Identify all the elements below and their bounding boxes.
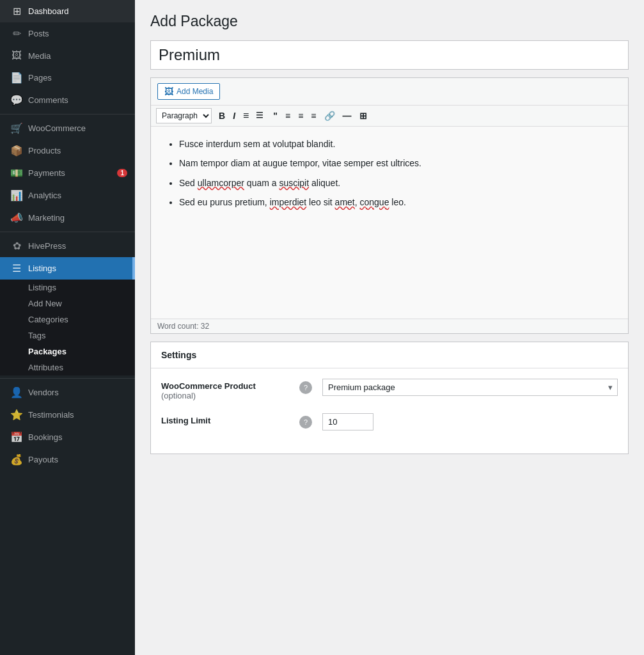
- insert-more-button[interactable]: —: [340, 109, 355, 122]
- sidebar-item-posts[interactable]: ✏ Posts: [0, 22, 135, 45]
- main-content: Add Package 🖼 Add Media Paragraph Headin…: [135, 0, 644, 655]
- content-line-2: Nam tempor diam at augue tempor, vitae s…: [179, 156, 615, 170]
- submenu-item-listings[interactable]: Listings: [0, 280, 135, 296]
- sidebar-item-label: Bookings: [28, 432, 127, 442]
- settings-table: WooCommerce Product (optional) ? Premium…: [151, 368, 628, 454]
- content-line-4: Sed eu purus pretium, imperdiet leo sit …: [179, 195, 615, 209]
- settings-title: Settings: [151, 342, 628, 368]
- sidebar-item-label: Media: [28, 51, 127, 61]
- page-title: Add Package: [150, 13, 629, 30]
- sidebar-item-label: Comments: [28, 95, 127, 105]
- add-media-icon: 🖼: [164, 86, 173, 97]
- sidebar-item-woocommerce[interactable]: 🛒 WooCommerce: [0, 117, 135, 139]
- sidebar-divider: [0, 114, 135, 114]
- marketing-icon: 📣: [10, 212, 23, 224]
- settings-row-woocommerce: WooCommerce Product (optional) ? Premium…: [161, 379, 618, 400]
- sidebar-item-label: HivePress: [28, 241, 127, 251]
- settings-field-label: WooCommerce Product: [161, 381, 256, 391]
- sidebar-item-listings[interactable]: ☰ Listings: [0, 257, 135, 280]
- woocommerce-icon: 🛒: [10, 122, 23, 134]
- settings-control-woocommerce: Premium package Basic package Standard p…: [322, 379, 618, 396]
- word-count-bar: Word count: 32: [151, 319, 628, 333]
- editor-content[interactable]: Fusce interdum sem at volutpat blandit. …: [151, 127, 628, 319]
- svg-rect-2: [256, 117, 263, 118]
- toolbar-toggle-button[interactable]: ⊞: [356, 109, 370, 122]
- woocommerce-product-select[interactable]: Premium package Basic package Standard p…: [322, 379, 618, 396]
- sidebar-item-label: Marketing: [28, 213, 127, 223]
- sidebar-item-label: Dashboard: [28, 6, 127, 16]
- sidebar-item-dashboard[interactable]: ⊞ Dashboard: [0, 0, 135, 22]
- pages-icon: 📄: [10, 72, 23, 84]
- content-line-1: Fusce interdum sem at volutpat blandit.: [179, 137, 615, 151]
- listings-icon: ☰: [10, 262, 23, 274]
- sidebar-item-label: Products: [28, 146, 127, 155]
- payments-icon: 💵: [10, 167, 23, 179]
- sidebar-item-label: Payouts: [28, 455, 127, 464]
- sidebar-item-marketing[interactable]: 📣 Marketing: [0, 207, 135, 229]
- editor-container: 🖼 Add Media Paragraph Heading 1 Heading …: [150, 77, 629, 334]
- sidebar-item-label: Vendors: [28, 388, 127, 397]
- sidebar-item-vendors[interactable]: 👤 Vendors: [0, 381, 135, 404]
- sidebar-item-label: Posts: [28, 29, 127, 38]
- listings-submenu: Listings Add New Categories Tags Package…: [0, 280, 135, 375]
- content-line-3: Sed ullamcorper quam a suscipit aliquet.: [179, 176, 615, 190]
- svg-rect-0: [256, 112, 263, 113]
- sidebar-item-label: Listings: [28, 264, 127, 273]
- sidebar-item-payments[interactable]: 💵 Payments 1: [0, 162, 135, 184]
- sidebar-item-label: Analytics: [28, 191, 127, 200]
- link-button[interactable]: 🔗: [321, 109, 338, 122]
- settings-help-listing-limit[interactable]: ?: [299, 416, 312, 429]
- media-icon: 🖼: [10, 50, 23, 61]
- settings-control-listing-limit: [322, 413, 618, 430]
- analytics-icon: 📊: [10, 189, 23, 201]
- sidebar-item-analytics[interactable]: 📊 Analytics: [0, 184, 135, 207]
- sidebar-item-label: Pages: [28, 73, 127, 83]
- settings-help-woocommerce[interactable]: ?: [299, 381, 312, 394]
- align-left-button[interactable]: ≡: [282, 109, 294, 122]
- add-media-bar: 🖼 Add Media: [151, 78, 628, 106]
- package-name-input[interactable]: [150, 40, 629, 70]
- sidebar-divider-2: [0, 232, 135, 232]
- products-icon: 📦: [10, 145, 23, 157]
- bookings-icon: 📅: [10, 431, 23, 443]
- submenu-item-add-new[interactable]: Add New: [0, 296, 135, 312]
- submenu-item-attributes[interactable]: Attributes: [0, 359, 135, 375]
- sidebar-item-testimonials[interactable]: ⭐ Testimonials: [0, 404, 135, 426]
- align-center-button[interactable]: ≡: [295, 109, 306, 122]
- add-media-button[interactable]: 🖼 Add Media: [157, 83, 220, 100]
- sidebar-item-pages[interactable]: 📄 Pages: [0, 67, 135, 89]
- svg-rect-1: [256, 114, 263, 116]
- bold-button[interactable]: B: [216, 109, 228, 122]
- settings-label-listing-limit: Listing Limit: [161, 413, 289, 425]
- blockquote-button[interactable]: ": [270, 109, 281, 122]
- listing-limit-input[interactable]: [322, 413, 373, 430]
- ordered-list-button[interactable]: [253, 109, 269, 123]
- submenu-item-tags[interactable]: Tags: [0, 328, 135, 343]
- sidebar-item-payouts[interactable]: 💰 Payouts: [0, 448, 135, 471]
- settings-section: Settings WooCommerce Product (optional) …: [150, 342, 629, 454]
- posts-icon: ✏: [10, 28, 23, 40]
- sidebar-item-label: Payments: [28, 168, 112, 178]
- sidebar: ⊞ Dashboard ✏ Posts 🖼 Media 📄 Pages 💬 Co…: [0, 0, 135, 655]
- submenu-item-categories[interactable]: Categories: [0, 312, 135, 328]
- sidebar-item-label: WooCommerce: [28, 123, 127, 133]
- sidebar-item-products[interactable]: 📦 Products: [0, 139, 135, 162]
- hivepress-icon: ✿: [10, 240, 23, 252]
- sidebar-item-media[interactable]: 🖼 Media: [0, 45, 135, 67]
- sidebar-item-comments[interactable]: 💬 Comments: [0, 89, 135, 111]
- settings-label-woocommerce: WooCommerce Product (optional): [161, 379, 289, 400]
- payouts-icon: 💰: [10, 454, 23, 466]
- sidebar-item-hivepress[interactable]: ✿ HivePress: [0, 235, 135, 257]
- italic-button[interactable]: I: [230, 109, 239, 122]
- word-count-label: Word count:: [157, 322, 198, 331]
- word-count-value: 32: [201, 322, 209, 331]
- align-right-button[interactable]: ≡: [308, 109, 319, 122]
- format-select[interactable]: Paragraph Heading 1 Heading 2 Heading 3: [156, 108, 212, 123]
- payments-badge: 1: [117, 169, 127, 177]
- sidebar-item-bookings[interactable]: 📅 Bookings: [0, 426, 135, 448]
- submenu-item-packages[interactable]: Packages: [0, 343, 135, 359]
- dashboard-icon: ⊞: [10, 5, 23, 17]
- unordered-list-button[interactable]: ≡: [240, 109, 252, 123]
- settings-select-wrap: Premium package Basic package Standard p…: [322, 379, 618, 396]
- comments-icon: 💬: [10, 94, 23, 106]
